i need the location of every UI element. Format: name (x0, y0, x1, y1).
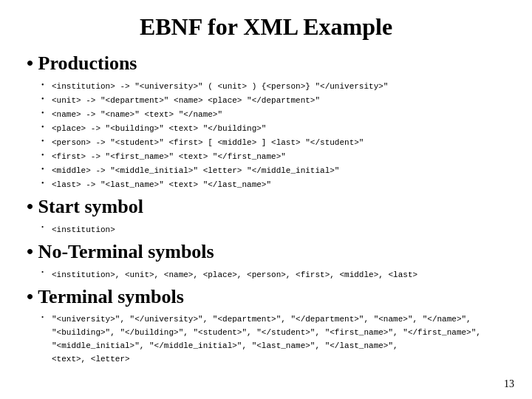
slide-title: EBNF for XML Example (27, 13, 505, 41)
terminal-heading: • Terminal symbols (27, 286, 505, 308)
list-item: <last> -> "<last_name>" <text> "</last_n… (41, 177, 505, 191)
list-item: <institution> -> "<university>" ( <unit>… (41, 79, 505, 93)
start-list: <institution> (41, 222, 505, 236)
list-item: <institution>, <unit>, <name>, <place>, … (41, 267, 505, 282)
nonterminal-heading: • No-Terminal symbols (27, 241, 505, 263)
list-item: <place> -> "<building>" <text> "</buildi… (41, 121, 505, 135)
page-number: 13 (504, 378, 514, 390)
list-item: <unit> -> "<department>" <name> <place> … (41, 93, 505, 107)
terminal-section: • Terminal symbols "<university>", "</un… (27, 286, 505, 366)
nonterminal-list: <institution>, <unit>, <name>, <place>, … (41, 267, 505, 282)
list-item: <middle> -> "<middle_initial>" <letter> … (41, 163, 505, 177)
start-section: • Start symbol <institution> (27, 196, 505, 236)
nonterminal-section: • No-Terminal symbols <institution>, <un… (27, 241, 505, 282)
list-item: <name> -> "<name>" <text> "</name>" (41, 107, 505, 121)
list-item: <institution> (41, 222, 505, 236)
list-item: <first> -> "<first_name>" <text> "</firs… (41, 149, 505, 163)
productions-heading: • Productions (27, 52, 505, 75)
terminal-list: "<university>", "</university>", "<depar… (41, 313, 505, 366)
productions-section: • Productions <institution> -> "<univers… (27, 52, 505, 191)
slide: EBNF for XML Example • Productions <inst… (0, 0, 532, 399)
list-item: "<university>", "</university>", "<depar… (41, 313, 505, 366)
list-item: <person> -> "<student>" <first> [ <middl… (41, 135, 505, 149)
productions-list: <institution> -> "<university>" ( <unit>… (41, 79, 505, 191)
start-heading: • Start symbol (27, 196, 505, 218)
